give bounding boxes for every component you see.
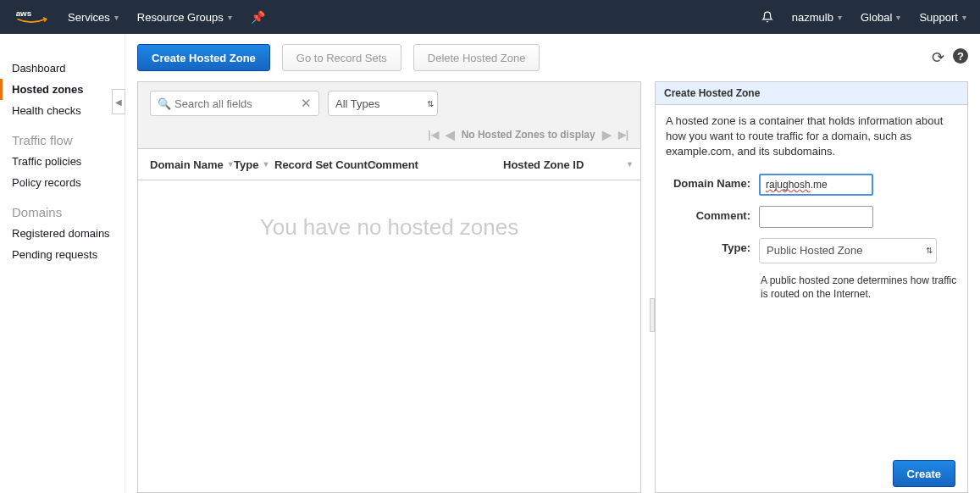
table-header: Domain Name▼ Type▼ Record Set Count▼ Com… bbox=[138, 148, 640, 180]
create-button[interactable]: Create bbox=[893, 460, 955, 487]
column-domain-name[interactable]: Domain Name▼ bbox=[138, 158, 227, 171]
sidebar-item-pending-requests[interactable]: Pending requests bbox=[0, 244, 125, 265]
create-hosted-zone-button[interactable]: Create Hosted Zone bbox=[137, 44, 270, 71]
type-label: Type: bbox=[666, 238, 759, 254]
resource-groups-menu[interactable]: Resource Groups ▾ bbox=[137, 11, 232, 24]
services-menu[interactable]: Services ▾ bbox=[68, 11, 119, 24]
sidebar: ◀ Dashboard Hosted zones Health checks T… bbox=[0, 34, 125, 493]
support-menu[interactable]: Support ▾ bbox=[919, 11, 966, 24]
create-hosted-zone-panel: Create Hosted Zone A hosted zone is a co… bbox=[655, 81, 968, 493]
chevron-down-icon: ▾ bbox=[228, 13, 232, 22]
aws-logo[interactable]: aws bbox=[14, 8, 49, 26]
refresh-icon[interactable]: ⟳ bbox=[932, 48, 944, 67]
notifications-icon[interactable] bbox=[761, 11, 773, 23]
region-menu[interactable]: Global ▾ bbox=[861, 11, 901, 24]
type-filter-label: All Types bbox=[335, 97, 380, 110]
clear-search-icon[interactable]: ✕ bbox=[301, 96, 312, 111]
pager: |◀ ◀ No Hosted Zones to display ▶ ▶| bbox=[138, 125, 640, 148]
type-help-text: A public hosted zone determines how traf… bbox=[656, 269, 967, 307]
comment-input[interactable] bbox=[759, 206, 873, 228]
domain-name-label: Domain Name: bbox=[666, 174, 759, 190]
resource-groups-label: Resource Groups bbox=[137, 11, 224, 24]
chevron-down-icon: ▾ bbox=[962, 13, 966, 22]
empty-state-message: You have no hosted zones bbox=[260, 214, 519, 241]
panel-title: Create Hosted Zone bbox=[656, 82, 967, 105]
resize-handle[interactable] bbox=[650, 298, 655, 332]
search-input-wrapper: 🔍 ✕ bbox=[150, 91, 319, 116]
next-page-icon[interactable]: ▶ bbox=[602, 128, 612, 141]
user-menu[interactable]: nazmulb ▾ bbox=[792, 11, 842, 24]
type-filter-select[interactable]: All Types bbox=[328, 91, 438, 116]
column-type[interactable]: Type▼ bbox=[227, 158, 268, 171]
comment-label: Comment: bbox=[666, 206, 759, 222]
hosted-zones-table: 🔍 ✕ All Types |◀ ◀ No Hosted Zones to di… bbox=[137, 81, 641, 493]
chevron-down-icon: ▾ bbox=[114, 13, 119, 22]
sidebar-item-registered-domains[interactable]: Registered domains bbox=[0, 223, 125, 244]
type-select[interactable]: Public Hosted Zone bbox=[759, 238, 937, 263]
domain-name-value-a: rajughosh bbox=[766, 179, 811, 191]
go-to-record-sets-button[interactable]: Go to Record Sets bbox=[282, 44, 401, 71]
prev-page-icon[interactable]: ◀ bbox=[446, 128, 455, 141]
sidebar-collapse-button[interactable]: ◀ bbox=[112, 89, 125, 114]
help-icon[interactable]: ? bbox=[953, 48, 968, 64]
column-hosted-zone-id[interactable]: Hosted Zone ID▼ bbox=[496, 158, 640, 171]
top-navigation: aws Services ▾ Resource Groups ▾ 📌 nazmu… bbox=[0, 0, 980, 34]
svg-text:aws: aws bbox=[16, 8, 32, 18]
search-icon: 🔍 bbox=[158, 97, 171, 110]
sidebar-item-hosted-zones[interactable]: Hosted zones bbox=[0, 79, 125, 100]
toolbar: Create Hosted Zone Go to Record Sets Del… bbox=[125, 34, 980, 81]
services-label: Services bbox=[68, 11, 110, 24]
region-label: Global bbox=[861, 11, 893, 24]
pager-status: No Hosted Zones to display bbox=[462, 129, 595, 141]
sort-icon: ▼ bbox=[626, 160, 634, 169]
sidebar-item-health-checks[interactable]: Health checks bbox=[0, 100, 125, 121]
pin-icon[interactable]: 📌 bbox=[251, 10, 265, 24]
domain-name-value-b: .me bbox=[811, 179, 828, 191]
sidebar-item-traffic-policies[interactable]: Traffic policies bbox=[0, 151, 125, 172]
last-page-icon[interactable]: ▶| bbox=[618, 129, 628, 141]
support-label: Support bbox=[919, 11, 958, 24]
sidebar-item-dashboard[interactable]: Dashboard bbox=[0, 58, 125, 79]
sidebar-heading-traffic: Traffic flow bbox=[0, 121, 125, 151]
sidebar-item-policy-records[interactable]: Policy records bbox=[0, 172, 125, 193]
chevron-down-icon: ▾ bbox=[896, 13, 900, 22]
first-page-icon[interactable]: |◀ bbox=[428, 129, 438, 141]
domain-name-input[interactable]: rajughosh.me bbox=[759, 174, 873, 196]
search-input[interactable] bbox=[171, 97, 301, 110]
delete-hosted-zone-button[interactable]: Delete Hosted Zone bbox=[413, 44, 540, 71]
type-select-value: Public Hosted Zone bbox=[767, 244, 862, 257]
column-comment[interactable]: Comment bbox=[361, 158, 496, 171]
chevron-down-icon: ▾ bbox=[838, 13, 842, 22]
user-label: nazmulb bbox=[792, 11, 833, 24]
column-record-set-count[interactable]: Record Set Count▼ bbox=[268, 158, 361, 171]
sidebar-heading-domains: Domains bbox=[0, 193, 125, 223]
panel-description: A hosted zone is a container that holds … bbox=[656, 105, 967, 169]
